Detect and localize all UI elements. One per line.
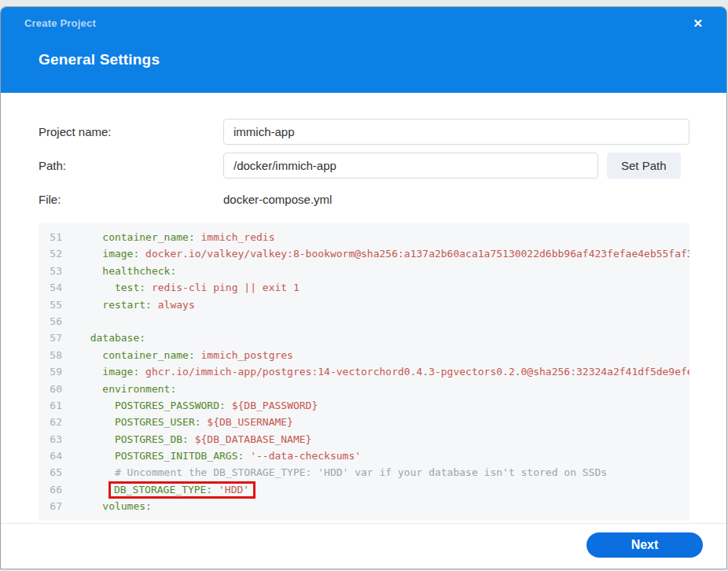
line-number: 56 (39, 313, 62, 330)
token-key: healthcheck: (102, 265, 176, 277)
code-line-text: restart: always (78, 299, 195, 311)
code-line-text: DB_STORAGE_TYPE: 'HDD' (78, 484, 256, 495)
line-number: 52 (39, 245, 62, 262)
code-line-text: database: (78, 332, 145, 344)
token-val: 'HDD' (212, 484, 249, 495)
close-icon[interactable]: ✕ (693, 17, 703, 29)
token-val: ${DB_PASSWORD} (226, 400, 318, 411)
code-line: 54 test: redis-cli ping || exit 1 (39, 279, 689, 296)
token-val: '--data-checksums' (244, 450, 361, 462)
token-key: POSTGRES_DB: (115, 433, 189, 445)
code-line: 60 environment: (39, 381, 689, 397)
code-line-text: image: docker.io/valkey/valkey:8-bookwor… (78, 248, 689, 260)
code-line-text: POSTGRES_USER: ${DB_USERNAME} (78, 416, 293, 428)
line-number: 60 (39, 381, 62, 397)
code-line: 51 container_name: immich_redis (39, 229, 689, 245)
highlight-annotation-box: DB_STORAGE_TYPE: 'HDD' (108, 481, 256, 499)
code-line: 55 restart: always (39, 297, 689, 313)
dialog-title: Create Project (24, 17, 96, 29)
code-line: 64 POSTGRES_INITDB_ARGS: '--data-checksu… (39, 448, 689, 464)
dialog-titlebar: Create Project ✕ (1, 7, 726, 29)
line-number: 55 (39, 297, 62, 313)
line-number: 51 (39, 229, 62, 245)
code-line-text: environment: (78, 383, 176, 395)
code-line: 66 DB_STORAGE_TYPE: 'HDD' (39, 481, 689, 498)
next-button[interactable]: Next (586, 532, 703, 558)
token-val: immich_redis (195, 231, 275, 243)
line-number: 58 (39, 347, 62, 363)
code-line: 56 (39, 313, 689, 330)
code-editor[interactable]: 51 container_name: immich_redis52 image:… (39, 223, 689, 521)
file-row: File: docker-compose.yml (39, 186, 689, 212)
project-name-label: Project name: (39, 125, 223, 138)
token-key: POSTGRES_INITDB_ARGS: (115, 450, 244, 462)
line-number: 65 (39, 464, 62, 481)
code-line: 58 container_name: immich_postgres (39, 347, 689, 363)
code-line-text: POSTGRES_DB: ${DB_DATABASE_NAME} (78, 433, 311, 445)
token-val: ${DB_DATABASE_NAME} (189, 433, 312, 445)
token-key: POSTGRES_USER: (115, 416, 201, 428)
line-number: 67 (39, 498, 62, 514)
token-key: volumes: (102, 500, 152, 512)
path-row: Path: Set Path (39, 153, 689, 179)
code-line: 61 POSTGRES_PASSWORD: ${DB_PASSWORD} (39, 397, 689, 414)
token-key: database: (90, 332, 145, 344)
code-line-text: test: redis-cli ping || exit 1 (78, 282, 300, 293)
code-line: 57 database: (39, 330, 689, 346)
path-input[interactable] (223, 153, 598, 179)
code-line-text: healthcheck: (78, 265, 176, 277)
token-val: docker.io/valkey/valkey:8-bookworm@sha25… (139, 248, 689, 260)
dialog-footer: Next (1, 523, 726, 569)
token-key: container_name: (102, 231, 194, 243)
project-name-input[interactable] (223, 119, 689, 145)
token-key: test: (115, 282, 145, 293)
file-value: docker-compose.yml (223, 193, 332, 206)
code-line: 63 POSTGRES_DB: ${DB_DATABASE_NAME} (39, 431, 689, 448)
code-line: 62 POSTGRES_USER: ${DB_USERNAME} (39, 414, 689, 430)
line-number: 59 (39, 363, 62, 380)
code-line-text: POSTGRES_PASSWORD: ${DB_PASSWORD} (78, 400, 318, 411)
token-key: environment: (102, 383, 176, 395)
line-number: 53 (39, 263, 62, 279)
code-line-text: container_name: immich_redis (78, 231, 274, 243)
token-key: POSTGRES_PASSWORD: (115, 400, 226, 411)
token-key: image: (102, 366, 139, 378)
dialog-body: Project name: Path: Set Path File: docke… (1, 93, 726, 521)
code-line-text: container_name: immich_postgres (78, 349, 293, 361)
page-title: General Settings (39, 51, 726, 68)
create-project-dialog: Create Project ✕ General Settings Projec… (0, 6, 727, 569)
code-line: 59 image: ghcr.io/immich-app/postgres:14… (39, 363, 689, 380)
code-line: 53 healthcheck: (39, 263, 689, 279)
token-comment: # Uncomment the DB_STORAGE_TYPE: 'HDD' v… (115, 466, 607, 478)
token-val: redis-cli ping || exit 1 (145, 282, 300, 293)
token-key: restart: (102, 299, 152, 311)
line-number: 66 (39, 481, 62, 498)
code-line: 52 image: docker.io/valkey/valkey:8-book… (39, 245, 689, 262)
line-number: 64 (39, 448, 62, 464)
line-number: 57 (39, 330, 62, 346)
code-line: 65 # Uncomment the DB_STORAGE_TYPE: 'HDD… (39, 464, 689, 481)
set-path-button[interactable]: Set Path (607, 153, 681, 179)
dialog-header: Create Project ✕ General Settings (1, 7, 726, 93)
file-label: File: (39, 193, 223, 206)
code-line-text: volumes: (78, 500, 152, 512)
code-line: 67 volumes: (39, 498, 689, 514)
token-val: ${DB_USERNAME} (201, 416, 293, 428)
line-number: 63 (39, 431, 62, 448)
line-number: 62 (39, 414, 62, 430)
line-number: 61 (39, 397, 62, 414)
token-val: immich_postgres (195, 349, 293, 361)
code-line-text: # Uncomment the DB_STORAGE_TYPE: 'HDD' v… (78, 466, 607, 478)
token-val: ghcr.io/immich-app/postgres:14-vectorcho… (139, 366, 689, 378)
token-val: always (152, 299, 195, 311)
line-number: 54 (39, 279, 62, 296)
code-line-text: image: ghcr.io/immich-app/postgres:14-ve… (78, 366, 689, 378)
project-name-row: Project name: (39, 119, 689, 145)
token-key: container_name: (102, 349, 194, 361)
token-key: image: (102, 248, 139, 260)
path-label: Path: (39, 159, 223, 172)
token-key: DB_STORAGE_TYPE: (114, 484, 212, 495)
code-line-text: POSTGRES_INITDB_ARGS: '--data-checksums' (78, 450, 361, 462)
